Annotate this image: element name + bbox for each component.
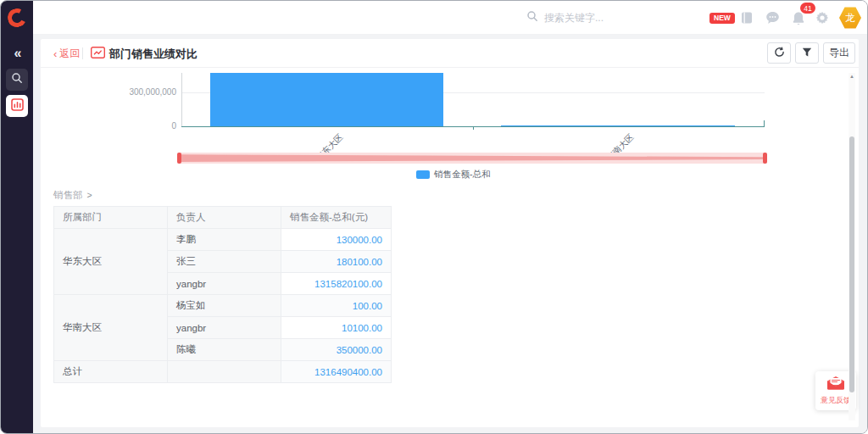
person-cell: 杨宝如 — [168, 295, 281, 317]
gear-icon — [815, 13, 829, 27]
back-chevron-icon: ‹ — [53, 48, 57, 59]
vertical-scrollbar[interactable]: ▲ — [849, 73, 855, 420]
sidebar-search-button[interactable] — [6, 69, 28, 91]
datazoom-range — [179, 153, 765, 164]
header-divider — [82, 47, 83, 59]
total-amount-cell: 1316490400.00 — [281, 361, 392, 383]
x-axis-tick — [473, 126, 474, 130]
page-header: ‹ 返回 部门销售业绩对比 导出 — [41, 39, 859, 68]
table-header-row: 所属部门 负责人 销售金额-总和(元) — [54, 207, 392, 229]
group-cell-huanan: 华南大区 — [54, 295, 168, 361]
top-navbar: 搜索关键字... NEW 41 龙 — [33, 1, 867, 35]
scroll-up-arrow-icon[interactable]: ▲ — [849, 73, 855, 80]
sidebar: « — [1, 1, 33, 433]
back-button[interactable]: ‹ 返回 — [53, 47, 80, 61]
brand-logo-icon — [5, 6, 29, 30]
datazoom-slider[interactable] — [179, 153, 765, 164]
sidebar-collapse-button[interactable]: « — [1, 46, 33, 61]
user-avatar[interactable]: 龙 — [839, 7, 861, 29]
app-window: « 搜索关键字... NEW — [0, 0, 868, 434]
page-title: 部门销售业绩对比 — [109, 47, 198, 62]
search-placeholder: 搜索关键字... — [544, 11, 604, 25]
total-label-cell: 总计 — [54, 361, 168, 383]
sidebar-item-bi-active[interactable] — [6, 95, 28, 117]
scrollbar-thumb[interactable] — [849, 136, 854, 392]
chart-legend[interactable]: 销售金额-总和 — [416, 169, 491, 181]
y-axis-line — [181, 73, 182, 127]
chat-bubble-icon — [765, 13, 780, 27]
search-icon — [11, 72, 23, 87]
report-card: ‹ 返回 部门销售业绩对比 导出 — [41, 39, 859, 427]
datazoom-right-handle[interactable] — [763, 153, 767, 164]
breadcrumb[interactable]: 销售部> — [53, 189, 92, 202]
filter-button[interactable] — [795, 42, 819, 64]
envelope-icon — [826, 376, 845, 393]
settings-button[interactable] — [815, 11, 829, 28]
new-badge: NEW — [709, 13, 735, 24]
bar-huadong[interactable] — [210, 73, 443, 126]
funnel-icon — [802, 46, 812, 61]
datazoom-left-handle[interactable] — [177, 153, 181, 164]
y-axis-tick-0: 0 — [92, 121, 176, 131]
legend-label: 销售金额-总和 — [434, 169, 491, 181]
search-icon — [526, 10, 538, 25]
back-label: 返回 — [59, 47, 80, 61]
bi-report-icon — [11, 98, 24, 114]
legend-swatch — [416, 170, 430, 179]
amount-cell[interactable]: 1315820100.00 — [281, 273, 392, 295]
person-cell: 陈曦 — [168, 339, 281, 361]
notification-count-badge: 41 — [800, 3, 815, 14]
amount-cell[interactable]: 350000.00 — [281, 339, 392, 361]
amount-cell[interactable]: 130000.00 — [281, 229, 392, 251]
sales-table: 所属部门 负责人 销售金额-总和(元) 华东大区 李鹏 130000.00 张三… — [53, 206, 392, 383]
col-header-department: 所属部门 — [54, 207, 168, 229]
total-empty-cell — [168, 361, 281, 383]
bar-chart: 300,000,000 0 华东大区 华南大区 销售金额-总和 — [41, 68, 859, 186]
x-axis-end-tick — [764, 120, 765, 127]
amount-cell[interactable]: 100.00 — [281, 295, 392, 317]
col-header-amount: 销售金额-总和(元) — [281, 207, 392, 229]
messages-button[interactable] — [765, 11, 780, 28]
notifications-button[interactable] — [792, 11, 805, 29]
refresh-button[interactable] — [767, 42, 791, 64]
detail-table-section: 销售部> 所属部门 负责人 销售金额-总和(元) 华东大区 李鹏 130000.… — [41, 186, 859, 430]
refresh-icon — [774, 46, 785, 61]
export-button[interactable]: 导出 — [823, 42, 855, 64]
book-icon — [740, 13, 754, 27]
breadcrumb-label: 销售部 — [53, 190, 83, 200]
global-search-input[interactable]: 搜索关键字... — [526, 1, 604, 35]
report-doc-icon — [91, 47, 105, 62]
breadcrumb-arrow-icon: > — [87, 190, 92, 200]
feedback-label: 意见反馈 — [821, 395, 851, 406]
table-row: 华东大区 李鹏 130000.00 — [54, 229, 392, 251]
bell-icon — [792, 14, 805, 28]
person-cell: 李鹏 — [168, 229, 281, 251]
person-cell: 张三 — [168, 251, 281, 273]
y-axis-tick-300m: 300,000,000 — [92, 87, 176, 97]
col-header-person: 负责人 — [168, 207, 281, 229]
app-background: ‹ 返回 部门销售业绩对比 导出 — [33, 35, 867, 433]
person-cell: yangbr — [168, 317, 281, 339]
person-cell: yangbr — [168, 273, 281, 295]
table-total-row: 总计 1316490400.00 — [54, 361, 392, 383]
amount-cell[interactable]: 180100.00 — [281, 251, 392, 273]
docs-button[interactable] — [740, 11, 754, 28]
group-cell-huadong: 华东大区 — [54, 229, 168, 295]
table-row: 华南大区 杨宝如 100.00 — [54, 295, 392, 317]
amount-cell[interactable]: 10100.00 — [281, 317, 392, 339]
